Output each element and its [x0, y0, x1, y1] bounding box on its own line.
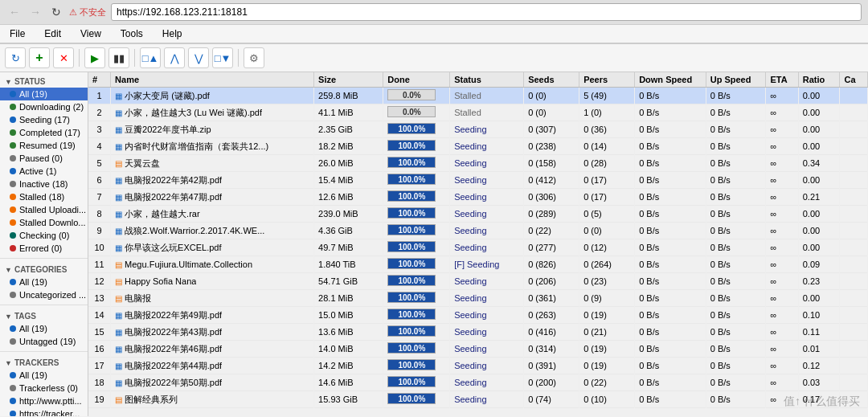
cell-status: Seeding: [450, 374, 524, 391]
refresh-button[interactable]: ↻: [5, 47, 26, 68]
menu-help[interactable]: Help: [159, 27, 186, 41]
cell-status: Seeding: [450, 121, 524, 138]
back-button[interactable]: ←: [6, 4, 23, 20]
sidebar-item-tracker2[interactable]: https://tracker...: [0, 407, 88, 416]
url-bar[interactable]: [111, 3, 862, 21]
cell-ratio: 0.09: [798, 256, 840, 273]
add-torrent-button[interactable]: +: [29, 47, 50, 68]
trackers-section: ▼ TRACKERS All (19) Trackerless (0) http…: [0, 354, 88, 416]
sidebar-item-inactive[interactable]: Inactive (18): [0, 178, 88, 190]
cell-status: [F] Seeding: [450, 256, 524, 273]
cell-peers: 0 (10): [579, 391, 635, 408]
cell-ratio: 0.00: [798, 104, 840, 121]
cell-name-text: 电脑报: [125, 292, 151, 305]
col-size[interactable]: Size: [314, 72, 383, 88]
cell-status: Seeding: [450, 290, 524, 307]
remove-torrent-button[interactable]: ✕: [53, 47, 74, 68]
sidebar-item-trackerless[interactable]: Trackerless (0): [0, 382, 88, 395]
table-row[interactable]: 16 ▦ 电脑报2022年第46期.pdf 14.0 MiB 100.0% Se…: [88, 341, 868, 358]
cell-seeds: 0 (200): [524, 374, 579, 391]
reload-button[interactable]: ↻: [48, 4, 64, 20]
settings-button[interactable]: ⚙: [244, 47, 264, 68]
sidebar-item-seeding[interactable]: Seeding (17): [0, 113, 88, 126]
cell-seeds: 0 (0): [524, 104, 579, 121]
table-row[interactable]: 11 ▤ Megu.Fujiura.Ultimate.Collection 1.…: [88, 256, 868, 273]
file-icon: ▦: [115, 378, 122, 387]
menu-tools[interactable]: Tools: [117, 27, 146, 41]
cell-done: 100.0%: [383, 256, 450, 273]
col-name[interactable]: Name: [111, 72, 314, 88]
col-up-speed[interactable]: Up Speed: [706, 72, 766, 88]
sidebar-item-stalled-download[interactable]: Stalled Downlo...: [0, 216, 88, 229]
col-eta[interactable]: ETA: [766, 72, 798, 88]
cell-size: 26.0 MiB: [314, 155, 383, 172]
col-peers[interactable]: Peers: [579, 72, 635, 88]
cell-down-speed: 0 B/s: [635, 88, 706, 104]
move-down-button[interactable]: ⋁: [188, 47, 209, 68]
cell-num: 10: [88, 239, 111, 256]
table-row[interactable]: 8 ▦ 小家，越住越大.rar 239.0 MiB 100.0% Seeding…: [88, 206, 868, 223]
move-up-button[interactable]: ⋀: [164, 47, 185, 68]
move-top-button[interactable]: □▲: [140, 47, 161, 68]
cell-ca: [840, 155, 868, 172]
resume-button[interactable]: ▶: [84, 47, 105, 68]
table-row[interactable]: 3 ▦ 豆瓣2022年度书单.zip 2.35 GiB 100.0% Seedi…: [88, 121, 868, 138]
menu-file[interactable]: File: [6, 27, 28, 41]
sidebar-item-downloading[interactable]: Downloading (2): [0, 100, 88, 113]
sidebar-item-checking[interactable]: Checking (0): [0, 229, 88, 242]
forward-button[interactable]: →: [27, 4, 43, 20]
cell-name: ▤ 天翼云盘: [111, 155, 314, 172]
sidebar-item-stalled[interactable]: Stalled (18): [0, 190, 88, 203]
col-done[interactable]: Done: [383, 72, 450, 88]
table-row[interactable]: 5 ▤ 天翼云盘 26.0 MiB 100.0% Seeding 0 (158)…: [88, 155, 868, 172]
sidebar-item-errored[interactable]: Errored (0): [0, 242, 88, 255]
table-row[interactable]: 10 ▦ 你早该这么玩EXCEL.pdf 49.7 MiB 100.0% See…: [88, 239, 868, 256]
table-row[interactable]: 2 ▦ 小家，越住越大3 (Lu Wei 谜藏).pdf 41.1 MiB 0.…: [88, 104, 868, 121]
col-status[interactable]: Status: [450, 72, 524, 88]
sidebar-item-completed[interactable]: Completed (17): [0, 126, 88, 139]
table-row[interactable]: 15 ▦ 电脑报2022年第43期.pdf 13.6 MiB 100.0% Se…: [88, 324, 868, 341]
file-icon: ▦: [115, 193, 122, 202]
sidebar-item-all[interactable]: All (19): [0, 88, 88, 100]
sidebar-item-tr-all[interactable]: All (19): [0, 369, 88, 382]
menu-view[interactable]: View: [77, 27, 104, 41]
sidebar-item-resumed[interactable]: Resumed (19): [0, 139, 88, 152]
table-row[interactable]: 12 ▤ Happy Sofia Nana 54.71 GiB 100.0% S…: [88, 273, 868, 290]
table-row[interactable]: 6 ▦ 电脑报2022年第42期.pdf 15.4 MiB 100.0% See…: [88, 172, 868, 189]
sidebar-item-tracker1[interactable]: http://www.ptti...: [0, 395, 88, 407]
sidebar-item-stalled-upload[interactable]: Stalled Uploadi...: [0, 203, 88, 216]
sidebar-item-cat-all[interactable]: All (19): [0, 276, 88, 288]
sidebar-item-tag-all[interactable]: All (19): [0, 322, 88, 335]
cell-done: 100.0%: [383, 155, 450, 172]
table-row[interactable]: 13 ▤ 电脑报 28.1 MiB 100.0% Seeding 0 (361)…: [88, 290, 868, 307]
pause-button[interactable]: ▮▮: [108, 47, 129, 68]
table-row[interactable]: 1 ▦ 小家大变局 (谜藏).pdf 259.8 MiB 0.0% Stalle…: [88, 88, 868, 104]
table-row[interactable]: 9 ▦ 战狼2.Wolf.Warrior.2.2017.4K.WE... 4.3…: [88, 223, 868, 239]
col-seeds[interactable]: Seeds: [524, 72, 579, 88]
col-ca[interactable]: Ca: [840, 72, 868, 88]
cell-peers: 0 (21): [579, 324, 635, 341]
sidebar-item-paused[interactable]: Paused (0): [0, 152, 88, 165]
sidebar-item-active[interactable]: Active (1): [0, 165, 88, 178]
table-row[interactable]: 14 ▦ 电脑报2022年第49期.pdf 15.0 MiB 100.0% Se…: [88, 307, 868, 324]
stalled-icon: [10, 194, 16, 200]
menu-edit[interactable]: Edit: [41, 27, 64, 41]
move-bottom-button[interactable]: □▼: [212, 47, 233, 68]
table-row[interactable]: 18 ▦ 电脑报2022年第50期.pdf 14.6 MiB 100.0% Se…: [88, 374, 868, 391]
cell-num: 7: [88, 189, 111, 206]
cell-status: Seeding: [450, 155, 524, 172]
table-row[interactable]: 4 ▦ 内省时代财富增值指南（套装共12...) 18.2 MiB 100.0%…: [88, 138, 868, 155]
sidebar-item-uncategorized[interactable]: Uncategorized ...: [0, 288, 88, 301]
torrent-table-wrapper[interactable]: # Name Size Done Status Seeds Peers Down…: [88, 72, 868, 416]
cell-name-text: 图解经典系列: [125, 394, 178, 406]
col-ratio[interactable]: Ratio: [798, 72, 840, 88]
cell-seeds: 0 (74): [524, 391, 579, 408]
table-row[interactable]: 17 ▦ 电脑报2022年第44期.pdf 14.2 MiB 100.0% Se…: [88, 358, 868, 374]
sidebar-item-untagged[interactable]: Untagged (19): [0, 335, 88, 348]
cell-eta: ∞: [766, 206, 798, 223]
table-row[interactable]: 19 ▤ 图解经典系列 15.93 GiB 100.0% Seeding 0 (…: [88, 391, 868, 408]
chevron-down-icon: ▼: [5, 78, 12, 86]
table-row[interactable]: 7 ▦ 电脑报2022年第47期.pdf 12.6 MiB 100.0% See…: [88, 189, 868, 206]
col-down-speed[interactable]: Down Speed: [635, 72, 706, 88]
col-num[interactable]: #: [88, 72, 111, 88]
